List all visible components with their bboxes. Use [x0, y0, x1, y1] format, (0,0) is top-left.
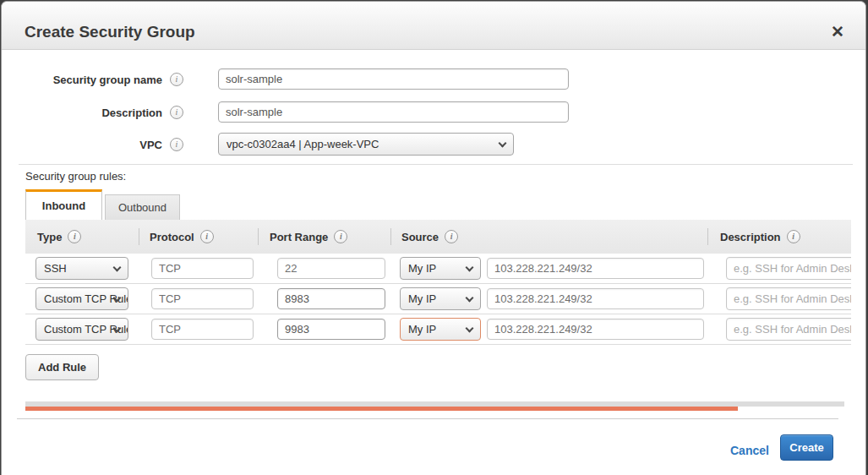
dialog-title: Create Security Group	[25, 23, 195, 41]
column-header-description: Description i	[720, 220, 800, 254]
rule-source-ip-input[interactable]	[487, 319, 704, 340]
security-group-name-label: Security group name	[2, 74, 162, 86]
vpc-label: VPC	[2, 139, 162, 151]
info-icon[interactable]: i	[170, 73, 183, 86]
rule-protocol-input	[151, 288, 254, 309]
tab-outbound[interactable]: Outbound	[105, 194, 180, 220]
close-icon[interactable]: ✕	[831, 24, 844, 40]
rule-source-ip-input[interactable]	[487, 288, 704, 309]
rule-type-select[interactable]: Custom TCP Rule	[35, 318, 128, 341]
column-header-type: Type i	[37, 220, 81, 254]
table-row: Custom TCP Rule My IP	[25, 314, 851, 345]
rule-port-range-input	[277, 258, 385, 279]
vpc-select-value: vpc-c0302aa4 | App-week-VPC	[227, 138, 379, 150]
vpc-select[interactable]: vpc-c0302aa4 | App-week-VPC	[218, 133, 514, 156]
rule-source-select[interactable]: My IP	[400, 257, 481, 280]
rule-protocol-input	[151, 319, 254, 340]
info-icon[interactable]: i	[445, 230, 458, 243]
column-separator	[139, 228, 139, 245]
rule-type-select[interactable]: Custom TCP Rule	[35, 287, 128, 310]
cancel-link[interactable]: Cancel	[730, 444, 769, 457]
add-rule-button[interactable]: Add Rule	[25, 354, 99, 380]
info-icon[interactable]: i	[200, 230, 214, 243]
info-icon[interactable]: i	[170, 106, 183, 119]
rules-section-label: Security group rules:	[25, 170, 126, 183]
rule-source-select[interactable]: My IP	[400, 287, 481, 310]
dialog-header: Create Security Group ✕	[2, 2, 865, 50]
chevron-down-icon	[466, 293, 474, 302]
rules-table-header: Type i Protocol i Port Range i Source i …	[25, 220, 851, 254]
info-icon[interactable]: i	[170, 138, 183, 151]
rule-port-range-input[interactable]	[277, 288, 385, 309]
info-icon[interactable]: i	[334, 230, 347, 243]
rules-table-body: SSH My IP Custom TCP Rule My IP	[25, 254, 851, 346]
security-group-name-input[interactable]	[218, 68, 569, 90]
create-button[interactable]: Create	[780, 434, 833, 461]
table-row: Custom TCP Rule My IP	[25, 284, 851, 314]
column-separator	[707, 228, 708, 245]
chevron-down-icon	[466, 263, 474, 271]
footer-divider	[17, 418, 838, 419]
chevron-down-icon	[466, 324, 474, 332]
info-icon[interactable]: i	[787, 230, 800, 243]
rule-source-ip-input[interactable]	[487, 258, 704, 279]
column-header-protocol: Protocol i	[150, 220, 214, 254]
rule-port-range-input[interactable]	[277, 319, 385, 340]
rule-source-select[interactable]: My IP	[400, 318, 481, 341]
column-separator	[258, 228, 259, 245]
chevron-down-icon	[499, 139, 507, 147]
form-divider	[19, 164, 853, 165]
column-separator	[390, 228, 391, 245]
create-security-group-dialog: Create Security Group ✕ Security group n…	[1, 1, 866, 475]
info-icon[interactable]: i	[68, 230, 81, 243]
table-row: SSH My IP	[25, 254, 851, 284]
tab-inbound[interactable]: Inbound	[25, 189, 102, 220]
chevron-down-icon	[113, 263, 122, 271]
column-header-port-range: Port Range i	[270, 220, 347, 254]
column-header-source: Source i	[401, 220, 458, 254]
rule-type-select[interactable]: SSH	[35, 257, 128, 280]
horizontal-scrollbar-thumb[interactable]	[25, 407, 738, 411]
description-label: Description	[2, 106, 162, 119]
description-input[interactable]	[218, 101, 569, 123]
rule-description-input[interactable]	[726, 257, 851, 280]
rule-protocol-input	[151, 258, 254, 279]
rule-description-input[interactable]	[726, 287, 851, 310]
rule-description-input[interactable]	[726, 318, 851, 341]
